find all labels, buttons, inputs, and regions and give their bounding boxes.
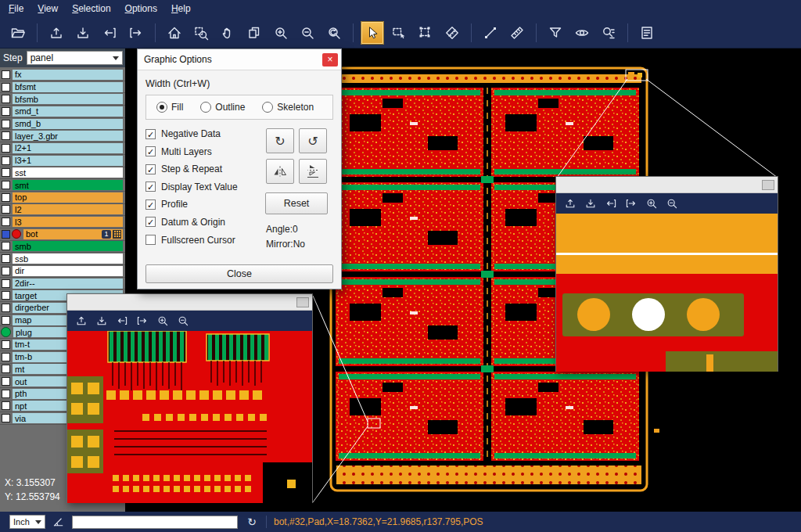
layer-checkbox[interactable] [2, 230, 10, 239]
layer-name[interactable]: l3 [13, 217, 123, 227]
select-transform-button[interactable] [414, 21, 437, 45]
layer-checkbox[interactable] [2, 95, 10, 103]
layer-name[interactable]: bot1 [23, 229, 123, 239]
import-down-button[interactable] [71, 21, 95, 45]
layer-row-fx[interactable]: fx [0, 69, 125, 81]
filter-button[interactable] [544, 21, 567, 45]
layer-checkbox[interactable] [2, 377, 10, 386]
mirror-vertical-button[interactable] [299, 159, 327, 184]
open-file-button[interactable] [6, 21, 30, 45]
layer-flip-button[interactable] [242, 21, 266, 45]
layer-checkbox[interactable] [2, 304, 10, 312]
view-eye-button[interactable] [570, 21, 594, 45]
layer-row-layer_3.gbr[interactable]: layer_3.gbr [0, 130, 125, 142]
layer-checkbox[interactable] [2, 107, 10, 116]
layer-name[interactable]: smt [13, 180, 123, 190]
layer-row-l2+1[interactable]: l2+1 [0, 142, 125, 155]
layer-row-2dir--[interactable]: 2dir-- [0, 278, 125, 290]
step-back-button[interactable] [602, 195, 620, 212]
layer-checkbox[interactable] [2, 83, 10, 92]
menu-item-file[interactable]: File [2, 0, 31, 17]
window-menu-button[interactable] [296, 297, 309, 307]
layer-name[interactable]: top [13, 192, 123, 203]
layer-row-l3[interactable]: l3 [0, 216, 125, 228]
import-up-button[interactable] [45, 21, 68, 45]
menu-item-help[interactable]: Help [164, 0, 198, 17]
layer-row-ssb[interactable]: ssb [0, 253, 125, 265]
layer-checkbox[interactable] [2, 217, 10, 226]
radio-outline[interactable]: Outline [200, 102, 245, 113]
rotate-ccw-button[interactable]: ↺ [299, 128, 327, 153]
measure-line-button[interactable] [479, 21, 502, 45]
home-view-button[interactable] [163, 21, 186, 45]
menu-item-options[interactable]: Options [118, 0, 164, 17]
layer-checkbox[interactable] [2, 168, 10, 177]
zoom-in-button[interactable] [269, 21, 293, 45]
unit-select[interactable]: Inch [9, 515, 45, 529]
layer-checkbox[interactable] [2, 390, 10, 398]
step-forward-button[interactable] [623, 195, 640, 212]
layer-name[interactable]: l2+1 [13, 143, 123, 153]
window-menu-button[interactable] [762, 180, 774, 190]
checkbox-profile[interactable]: ✓Profile [145, 199, 260, 210]
layer-checkbox[interactable] [2, 414, 10, 422]
dialog-titlebar[interactable]: Graphic Options × [138, 49, 341, 70]
checkbox-display-text-value[interactable]: ✓Display Text Value [145, 182, 260, 192]
checkbox-multi-layers[interactable]: ✓Multi Layers [145, 146, 260, 157]
layer-name[interactable]: dir [13, 266, 123, 276]
step-back-button[interactable] [98, 21, 121, 45]
layer-checkbox[interactable] [2, 353, 10, 361]
layer-checkbox[interactable] [2, 254, 10, 263]
checkbox-fullscreen-cursor[interactable]: Fullscreen Cursor [145, 235, 260, 246]
mirror-horizontal-button[interactable] [266, 159, 294, 184]
layer-row-top[interactable]: top [0, 192, 125, 204]
layer-name[interactable]: l3+1 [13, 156, 123, 166]
layer-name[interactable]: l2 [13, 204, 123, 214]
find-text-button[interactable] [597, 21, 620, 45]
layer-checkbox[interactable] [2, 316, 10, 325]
layer-checkbox[interactable] [2, 401, 10, 410]
layer-row-l3+1[interactable]: l3+1 [0, 155, 125, 167]
step-forward-button[interactable] [134, 312, 151, 329]
refresh-icon[interactable]: ↻ [245, 515, 259, 529]
menu-item-selection[interactable]: Selection [65, 0, 117, 17]
layer-row-dir[interactable]: dir [0, 265, 125, 278]
import-up-button[interactable] [73, 312, 90, 329]
select-cursor-button[interactable] [361, 21, 384, 45]
layer-checkbox[interactable] [2, 156, 10, 165]
layer-row-smb[interactable]: smb [0, 241, 125, 253]
layer-row-smt[interactable]: smt [0, 179, 125, 192]
layer-checkbox[interactable] [2, 120, 10, 128]
layer-checkbox[interactable] [2, 291, 10, 300]
layer-name[interactable]: bfsmb [13, 94, 123, 104]
layer-name[interactable]: fx [13, 70, 123, 80]
select-area-button[interactable] [387, 21, 411, 45]
zoom-out-button[interactable] [296, 21, 319, 45]
layer-name[interactable]: 2dir-- [13, 279, 123, 289]
report-list-button[interactable] [635, 21, 659, 45]
layer-checkbox[interactable] [2, 144, 10, 153]
layer-name[interactable]: smd_b [13, 119, 123, 129]
zoom-in-button[interactable] [154, 312, 171, 329]
reset-button[interactable]: Reset [265, 192, 328, 214]
close-button[interactable]: Close [145, 264, 333, 283]
close-icon[interactable]: × [322, 53, 338, 66]
step-forward-button[interactable] [124, 21, 148, 45]
measure-ruler-button[interactable] [505, 21, 529, 45]
layer-name[interactable]: layer_3.gbr [13, 131, 123, 141]
layer-row-smd_b[interactable]: smd_b [0, 118, 125, 131]
layer-row-bfsmb[interactable]: bfsmb [0, 93, 125, 106]
layer-checkbox[interactable] [2, 193, 10, 202]
menu-item-view[interactable]: View [31, 0, 65, 17]
checkbox-step-repeat[interactable]: ✓Step & Repeat [145, 164, 260, 174]
layer-row-sst[interactable]: sst [0, 167, 125, 180]
layer-name[interactable]: smb [13, 241, 123, 251]
layer-checkbox[interactable] [2, 131, 10, 140]
step-select[interactable]: panel [27, 51, 123, 65]
radio-fill[interactable]: Fill [156, 102, 183, 113]
layer-row-bot[interactable]: bot1 [0, 228, 125, 241]
layer-checkbox[interactable] [2, 365, 10, 373]
zoom-in-button[interactable] [643, 195, 660, 212]
command-input[interactable] [72, 516, 238, 529]
layer-row-smd_t[interactable]: smd_t [0, 106, 125, 118]
